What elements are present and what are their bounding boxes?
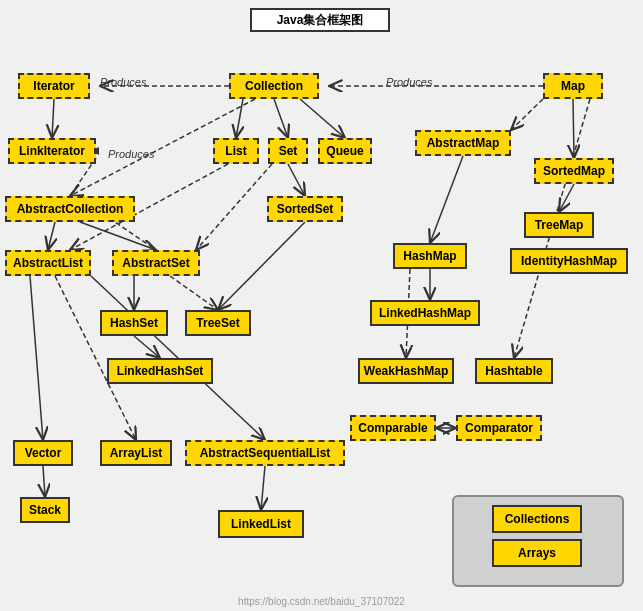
node-treeset: TreeSet	[185, 310, 251, 336]
legend-box: Collections Arrays	[452, 495, 624, 587]
watermark: https://blog.csdn.net/baidu_37107022	[238, 596, 405, 607]
svg-line-6	[573, 99, 574, 158]
node-vector: Vector	[13, 440, 73, 466]
title-label: Java集合框架图	[277, 12, 364, 29]
node-linkedlist: LinkedList	[218, 510, 304, 538]
node-treemap: TreeMap	[524, 212, 594, 238]
node-arraylist: ArrayList	[100, 440, 172, 466]
produces-label-1: Produces	[100, 76, 146, 88]
svg-line-2	[236, 99, 243, 138]
node-collections: Collections	[492, 505, 582, 533]
node-comparator: Comparator	[456, 415, 542, 441]
node-hashmap: HashMap	[393, 243, 467, 269]
svg-line-5	[511, 99, 543, 130]
svg-line-26	[43, 466, 45, 497]
node-sortedset: SortedSet	[267, 196, 343, 222]
produces-label-2: Produces	[386, 76, 432, 88]
node-arrays: Arrays	[492, 539, 582, 567]
svg-line-22	[134, 336, 160, 358]
svg-line-13	[288, 164, 305, 196]
node-weakhashmap: WeakHashMap	[358, 358, 454, 384]
node-abstractcollection: AbstractCollection	[5, 196, 135, 222]
node-set: Set	[268, 138, 308, 164]
node-queue: Queue	[318, 138, 372, 164]
node-abstractlist: AbstractList	[5, 250, 91, 276]
svg-line-7	[52, 99, 54, 138]
svg-line-3	[274, 99, 288, 138]
node-map: Map	[543, 73, 603, 99]
node-hashtable: Hashtable	[475, 358, 553, 384]
svg-line-20	[170, 276, 218, 310]
node-linkedhashmap: LinkedHashMap	[370, 300, 480, 326]
diagram-container: Comparator --> Java集合框架图 Iterator Collec…	[0, 0, 643, 611]
node-list: List	[213, 138, 259, 164]
title-box: Java集合框架图	[250, 8, 390, 32]
produces-label-3: Produces	[108, 148, 154, 160]
node-hashset: HashSet	[100, 310, 168, 336]
svg-line-21	[218, 222, 305, 310]
node-abstractset: AbstractSet	[112, 250, 200, 276]
node-stack: Stack	[20, 497, 70, 523]
node-identityhashmap: IdentityHashMap	[510, 248, 628, 274]
node-collection: Collection	[229, 73, 319, 99]
svg-line-9	[559, 184, 574, 212]
node-linkiterator: LinkIterator	[8, 138, 96, 164]
svg-line-11	[48, 222, 55, 250]
node-abstractsequentiallist: AbstractSequentialList	[185, 440, 345, 466]
svg-line-12	[80, 222, 156, 250]
svg-line-14	[196, 164, 272, 250]
node-abstractmap: AbstractMap	[415, 130, 511, 156]
node-iterator: Iterator	[18, 73, 90, 99]
node-linkedhashset: LinkedHashSet	[107, 358, 213, 384]
node-comparable: Comparable	[350, 415, 436, 441]
svg-line-27	[261, 466, 265, 510]
svg-line-4	[300, 99, 345, 138]
svg-line-8	[430, 156, 463, 243]
svg-line-16	[30, 276, 43, 440]
node-sortedmap: SortedMap	[534, 158, 614, 184]
